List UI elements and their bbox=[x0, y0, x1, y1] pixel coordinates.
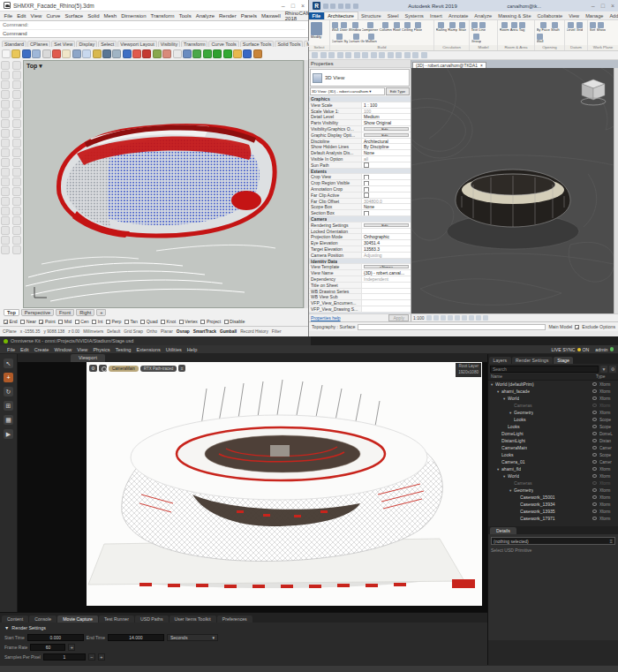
ribbon-tool[interactable]: Set bbox=[590, 22, 596, 33]
property-value[interactable]: Adjusting bbox=[362, 253, 411, 258]
tool-icon[interactable] bbox=[12, 168, 21, 177]
toolbar-icon[interactable] bbox=[162, 49, 171, 58]
property-value[interactable]: Medium bbox=[362, 114, 411, 119]
tool-icon[interactable] bbox=[1, 129, 10, 138]
menu-item[interactable]: Curve bbox=[44, 13, 63, 19]
property-value[interactable] bbox=[337, 259, 411, 264]
property-row[interactable]: Locked Orientation bbox=[309, 229, 411, 235]
tool-icon[interactable] bbox=[1, 139, 10, 147]
panel-tab[interactable]: User Items Toolkit bbox=[170, 615, 216, 623]
property-value[interactable] bbox=[362, 210, 411, 215]
tool-icon[interactable] bbox=[1, 158, 10, 167]
menu-item[interactable]: Surface bbox=[63, 13, 86, 19]
property-value[interactable]: Independent bbox=[362, 276, 411, 282]
toolbar-icon[interactable] bbox=[62, 49, 71, 58]
osnap-checkbox[interactable]: Tan bbox=[124, 319, 138, 324]
stage-tree-row[interactable]: Cameras Xform bbox=[488, 402, 618, 409]
property-value[interactable]: None bbox=[362, 150, 411, 155]
ribbon-tool[interactable]: Door bbox=[340, 22, 348, 33]
property-value[interactable] bbox=[327, 169, 411, 174]
viewport-tool-icon[interactable]: ▶ bbox=[4, 429, 13, 439]
view-control-icon[interactable] bbox=[455, 315, 460, 321]
print-icon[interactable] bbox=[353, 4, 358, 9]
property-value[interactable]: 100 bbox=[362, 109, 411, 114]
save-icon[interactable] bbox=[330, 4, 335, 9]
menu-item[interactable]: Dimension bbox=[119, 13, 148, 19]
property-row[interactable]: Camera bbox=[309, 216, 411, 223]
filter-icon[interactable]: ▼ bbox=[600, 366, 607, 373]
tool-icon[interactable] bbox=[12, 148, 21, 157]
modify-icon[interactable] bbox=[328, 52, 335, 58]
menu-item[interactable]: View bbox=[28, 13, 44, 19]
toolbar-icon[interactable] bbox=[142, 49, 151, 58]
modify-icon[interactable] bbox=[404, 52, 411, 58]
osnap-checkbox[interactable]: Cen bbox=[75, 319, 89, 324]
panel-tab[interactable]: Preferences bbox=[217, 615, 252, 623]
toolbar-icon[interactable] bbox=[183, 49, 192, 58]
property-row[interactable]: Section Box bbox=[309, 210, 411, 216]
status-item[interactable]: Default bbox=[107, 329, 120, 334]
osnap-checkbox[interactable]: Point bbox=[39, 319, 55, 324]
osnap-checkbox[interactable]: Quad bbox=[140, 319, 157, 324]
ribbon-tab[interactable]: Structure bbox=[358, 12, 385, 19]
property-row[interactable]: Graphics bbox=[309, 96, 411, 102]
ribbon-tool[interactable]: Show bbox=[597, 22, 606, 33]
name-column-header[interactable]: Name bbox=[491, 374, 502, 379]
ribbon-tool[interactable]: Curtain Gr bbox=[349, 34, 365, 44]
visibility-eye-icon[interactable] bbox=[592, 488, 597, 492]
tool-icon[interactable] bbox=[12, 177, 21, 186]
status-item[interactable]: Grid Snap bbox=[124, 329, 143, 334]
property-row[interactable]: Sun Path bbox=[309, 162, 411, 169]
modify-icon[interactable] bbox=[396, 52, 402, 58]
active-model-dropdown[interactable]: Main Model bbox=[548, 324, 572, 329]
property-row[interactable]: Target Elevation 13583.3 bbox=[309, 246, 411, 253]
view-tab[interactable]: Front bbox=[56, 309, 74, 316]
ribbon-tool[interactable]: By Face bbox=[537, 22, 550, 33]
selection-field[interactable]: (nothing selected) ≡ bbox=[491, 537, 615, 545]
toolbar-icon[interactable] bbox=[253, 49, 262, 58]
osnap-checkbox[interactable]: Disable bbox=[224, 319, 245, 324]
property-value[interactable] bbox=[362, 174, 411, 179]
property-value[interactable] bbox=[362, 229, 411, 234]
tool-icon[interactable] bbox=[12, 61, 21, 70]
status-item[interactable]: Record History bbox=[240, 329, 268, 334]
osnap-checkbox[interactable]: Vertex bbox=[179, 319, 198, 324]
modify-icon[interactable] bbox=[345, 52, 351, 58]
visibility-eye-icon[interactable] bbox=[592, 389, 597, 393]
visibility-eye-icon[interactable] bbox=[592, 425, 597, 428]
tool-icon[interactable] bbox=[1, 207, 10, 215]
stage-tree-row[interactable]: Looks Scope bbox=[488, 451, 618, 458]
property-row[interactable]: Scale Value 1: 100 bbox=[309, 109, 411, 115]
gear-icon[interactable]: ⚙ bbox=[89, 365, 97, 372]
menu-item[interactable]: Transform bbox=[148, 13, 177, 19]
tool-icon[interactable] bbox=[1, 245, 10, 254]
tool-icon[interactable] bbox=[12, 139, 21, 147]
tool-icon[interactable] bbox=[12, 187, 21, 196]
ribbon-tool[interactable]: Area bbox=[510, 22, 518, 33]
properties-help-link[interactable]: Properties help bbox=[311, 315, 341, 321]
toolbar-tab[interactable]: Viewport Layout bbox=[117, 41, 157, 47]
ribbon-tab[interactable]: Annotate bbox=[445, 12, 471, 19]
ribbon-tool[interactable]: Component bbox=[362, 22, 378, 33]
status-item[interactable]: SmartTrack bbox=[193, 329, 216, 334]
panel-tab[interactable]: Test Runner bbox=[99, 615, 134, 623]
ribbon-tool[interactable]: Tag bbox=[519, 22, 525, 33]
property-row[interactable]: Graphic Display Opti... Edit... bbox=[309, 132, 411, 139]
menu-item[interactable]: Tools bbox=[177, 13, 193, 19]
ribbon-tool[interactable]: Ceiling bbox=[402, 22, 413, 33]
property-row[interactable]: Identity Data bbox=[309, 259, 411, 265]
property-value[interactable]: Orthographic bbox=[362, 234, 411, 239]
undo-icon[interactable] bbox=[338, 4, 343, 9]
osnap-checkbox[interactable]: Near bbox=[20, 319, 36, 324]
ribbon-tool[interactable]: Roof bbox=[393, 22, 401, 33]
end-time-input[interactable]: 14.000 bbox=[108, 634, 164, 641]
ribbon-tab[interactable]: Manage bbox=[583, 12, 607, 19]
close-icon[interactable]: × bbox=[480, 64, 483, 68]
panel-tab[interactable]: USD Paths bbox=[135, 615, 169, 623]
increment-button[interactable]: + bbox=[68, 644, 75, 651]
menu-item[interactable]: File bbox=[4, 347, 18, 352]
status-item[interactable]: Gumball bbox=[220, 329, 237, 334]
exclude-options-checkbox[interactable]: ✓ bbox=[575, 325, 579, 329]
visibility-eye-icon[interactable] bbox=[592, 460, 597, 464]
rhino-scrollbar[interactable] bbox=[304, 60, 308, 308]
